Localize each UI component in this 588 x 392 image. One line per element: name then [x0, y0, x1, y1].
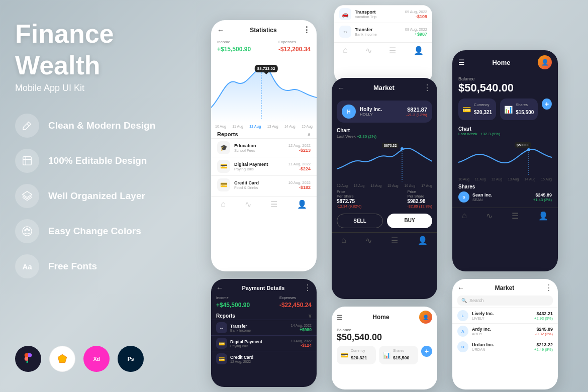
hamburger-icon[interactable]: ☰ [458, 58, 465, 66]
stats-amounts: Income +$15,500.90 Expenses -$12,200.34 [211, 38, 317, 55]
home-dark-chart-section: Chart Last Week +32.3 (9%) $500.00 [452, 124, 558, 177]
statistics-bottom-nav: ⌂ ∿ ☰ 👤 [211, 196, 317, 212]
urdan-stock: U Urdan Inc. URDAN $213.22 +2.49 (8%) [452, 339, 558, 354]
dots-menu-icon[interactable]: ⋮ [303, 25, 311, 35]
market-dots-icon[interactable]: ⋮ [423, 83, 431, 92]
add-button[interactable]: + [542, 99, 552, 110]
market-chart-bubble: $873.32 [382, 143, 399, 148]
market-chart-label: Chart [332, 126, 437, 134]
home-nav4-icon[interactable]: ⌂ [462, 211, 467, 221]
home-dark-bottom-nav: ⌂ ∿ ☰ 👤 [452, 208, 558, 224]
home-chart-label: Chart [458, 126, 552, 132]
statistics-header: ← Statistics ⋮ [211, 20, 317, 38]
sell-button[interactable]: SELL [337, 214, 383, 228]
market-light-header: ← Market ⋮ [452, 279, 558, 295]
payment-amounts: Income +$45,500.90 Expenses -$22,450.24 [211, 295, 317, 312]
currency-card: 💳 Currency $20,321 [458, 99, 496, 120]
payment-expenses: Expenses -$22,450.24 [279, 296, 312, 309]
home-nav3-icon[interactable]: ⌂ [341, 236, 346, 245]
income-label: Income [217, 40, 251, 44]
phone-home-dark: ☰ Home 👤 Balance $50,540.00 💳 Currency $… [452, 50, 558, 271]
pay-digital-icon: 💳 [216, 338, 227, 349]
app-subtitle: Mobile App UI Kit [15, 83, 176, 93]
pay-transfer: ↔ Transfer Bank Income 14 Aug, 2022 +$98… [211, 320, 317, 335]
market-back-icon[interactable]: ← [338, 84, 345, 92]
report-item-digital: 💳 Digital Payment Paying Bills 11 Aug, 2… [211, 157, 317, 175]
feature-organized-label: Well Organized Layer [48, 190, 145, 202]
reports-section-label: Reports ∧ [211, 128, 317, 138]
payment-income: Income +$45,500.90 [216, 296, 250, 309]
feature-fonts-label: Free Fonts [48, 261, 97, 272]
layers-icon [15, 184, 39, 208]
feature-editable-label: 100% Editable Design [48, 155, 147, 166]
pay-credit: 💳 Credit Card 12 Aug, 2022 [211, 351, 317, 366]
balance-cards: 💳 Currency $20,321 📊 Shares $15,500 + [452, 99, 558, 124]
profile-nav-icon[interactable]: 👤 [297, 200, 307, 209]
activity-nav-icon[interactable]: ∿ [245, 200, 251, 209]
search-icon: 🔍 [461, 298, 467, 303]
home-nav-icon[interactable]: ⌂ [221, 200, 226, 209]
market-light-back-icon[interactable]: ← [457, 284, 464, 292]
pay-transfer-icon: ↔ [216, 322, 227, 333]
payment-dots-icon[interactable]: ⋮ [304, 283, 312, 292]
back-arrow-icon[interactable]: ← [217, 26, 224, 34]
balance-amount: $50,540.00 [458, 81, 552, 94]
svg-point-13 [527, 148, 530, 151]
list-nav2-icon[interactable]: ☰ [389, 46, 396, 55]
market-search[interactable]: 🔍 Search [457, 296, 553, 306]
market-chart-dates: 12 Aug 13 Aug 14 Aug 15 Aug 16 Aug 17 Au… [332, 184, 437, 187]
feature-organized: Well Organized Layer [15, 184, 176, 208]
feature-clean-label: Clean & Modern Design [48, 120, 155, 131]
left-panel: Finance Wealth Mobile App UI Kit Clean &… [0, 0, 191, 392]
holly-stock-icon: H [342, 105, 356, 119]
list-nav4-icon[interactable]: ☰ [512, 211, 519, 221]
home-light-header: ☰ Home 👤 [332, 307, 437, 328]
app-title: Finance Wealth Mobile App UI Kit [15, 20, 176, 114]
activity-nav2-icon[interactable]: ∿ [365, 46, 372, 55]
list-nav-icon[interactable]: ☰ [270, 200, 277, 209]
home-light-cards: 💳 Currency $20,321 📊 Shares $15,500 + [332, 346, 437, 364]
list-nav3-icon[interactable]: ☰ [391, 236, 398, 245]
home-light-shares-card: 📊 Shares $15,500 [379, 346, 418, 364]
search-placeholder: Search [469, 298, 484, 303]
home-light-avatar: 👤 [419, 311, 432, 324]
market-light-dots-icon[interactable]: ⋮ [545, 283, 553, 292]
income-block: Income +$15,500.90 [217, 40, 251, 53]
home-light-title: Home [372, 314, 389, 321]
home-chart-bubble: $500.00 [515, 142, 531, 148]
transfer-icon: ↔ [339, 26, 351, 38]
phone-market-dark: ← Market ⋮ H Holly Inc. HOLLY $821.87 -2… [332, 78, 437, 299]
home-nav2-icon[interactable]: ⌂ [343, 46, 348, 55]
home-light-currency-card: 💳 Currency $20,321 [337, 346, 376, 364]
svg-rect-0 [23, 157, 32, 165]
activity-nav3-icon[interactable]: ∿ [365, 236, 372, 245]
pay-digital: 💳 Digital Payment Paying Bills 13 Aug, 2… [211, 335, 317, 351]
hamburger2-icon[interactable]: ☰ [337, 314, 343, 321]
shares-section: Shares S Sean Inc. SEAN $245.89 +1.43 (2… [452, 181, 558, 207]
sean-icon: S [458, 191, 469, 203]
digital-payment-icon: 💳 [217, 160, 230, 173]
payment-back-icon[interactable]: ← [216, 284, 223, 292]
activity-nav4-icon[interactable]: ∿ [486, 211, 493, 221]
phone-market-light: ← Market ⋮ 🔍 Search L Lively Inc. LIVELY… [452, 279, 558, 389]
home-light-add-btn[interactable]: + [421, 346, 432, 357]
chart-bubble: $8,733.02 [255, 65, 278, 72]
home-dark-header: ☰ Home 👤 [452, 50, 558, 74]
credit-card-icon: 💳 [217, 178, 230, 191]
trans-transfer: ↔ Transfer Bank Income 08 Aug, 2022 +$98… [334, 23, 432, 40]
svg-point-4 [27, 228, 28, 230]
statistics-chart: $8,733.02 [211, 57, 317, 123]
profile-nav2-icon[interactable]: 👤 [414, 46, 424, 55]
urdan-icon: U [457, 341, 468, 352]
ardy-icon: A [457, 326, 468, 337]
profile-nav4-icon[interactable]: 👤 [538, 211, 548, 221]
home-light-balance: Balance $50,540.00 [332, 328, 437, 346]
action-buttons: SELL BUY [332, 211, 437, 231]
buy-button[interactable]: BUY [387, 214, 432, 228]
market-dark-header: ← Market ⋮ [332, 78, 437, 97]
title-line1: Finance [15, 20, 176, 48]
currency-icon: 💳 [462, 106, 471, 114]
profile-nav3-icon[interactable]: 👤 [418, 236, 428, 245]
balance-section: Balance $50,540.00 [452, 74, 558, 99]
shares-icon: 📊 [504, 106, 513, 114]
